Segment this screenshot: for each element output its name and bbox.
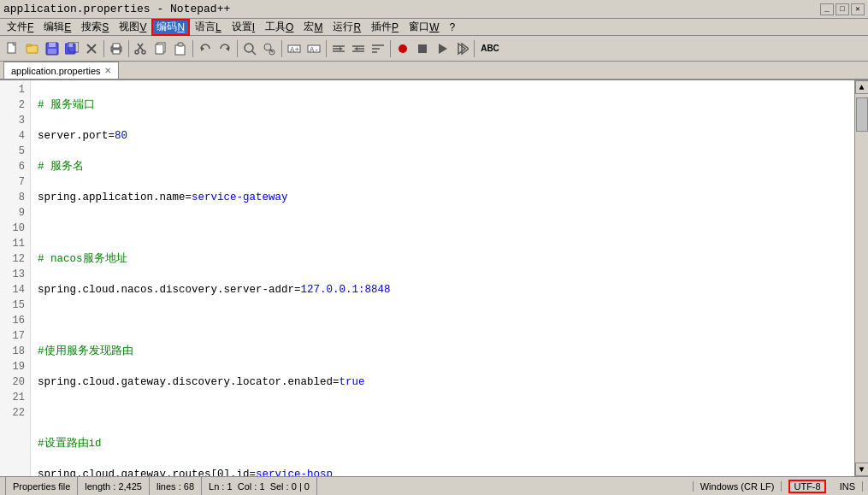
- svg-marker-47: [439, 44, 447, 54]
- menu-run[interactable]: 运行R: [328, 19, 366, 36]
- menu-bar: 文件F 编辑E 搜索S 视图V 编码N 语言L 设置I 工具O 宏M 运行R 插…: [0, 19, 868, 36]
- status-position: Ln : 1 Col : 1 Sel : 0 | 0: [202, 477, 317, 495]
- tab-close-button[interactable]: ✕: [104, 66, 111, 75]
- toolbar-macro[interactable]: [452, 39, 471, 58]
- vertical-scrollbar[interactable]: ▲ ▼: [854, 80, 868, 476]
- title-bar-controls: _ □ ✕: [820, 3, 865, 15]
- toolbar-undo[interactable]: [196, 39, 215, 58]
- svg-rect-22: [178, 43, 183, 46]
- toolbar-close[interactable]: [82, 39, 101, 58]
- line-num-20: 20: [3, 374, 25, 390]
- editor-container: 1 2 3 4 5 6 7 8 9 10 11 12 13 14 15 16 1…: [0, 80, 868, 476]
- scroll-thumb[interactable]: [856, 97, 868, 132]
- toolbar-play[interactable]: [433, 39, 452, 58]
- toolbar-zoom-in[interactable]: A+: [285, 39, 304, 58]
- toolbar-new[interactable]: [3, 39, 22, 58]
- toolbar-zoom-out[interactable]: A-: [304, 39, 323, 58]
- svg-marker-23: [201, 46, 204, 51]
- svg-rect-46: [418, 44, 427, 53]
- line-num-10: 10: [3, 221, 25, 236]
- scroll-up-button[interactable]: ▲: [855, 80, 869, 94]
- toolbar-wrap[interactable]: [369, 39, 387, 58]
- menu-view[interactable]: 视图V: [114, 19, 151, 36]
- toolbar-sep8: [474, 40, 475, 57]
- svg-marker-24: [226, 46, 229, 51]
- line-num-21: 21: [3, 390, 25, 405]
- toolbar-save[interactable]: [43, 39, 62, 58]
- toolbar-sep5: [281, 40, 282, 57]
- line-numbers: 1 2 3 4 5 6 7 8 9 10 11 12 13 14 15 16 1…: [0, 80, 31, 476]
- scroll-down-button[interactable]: ▼: [855, 463, 869, 476]
- line-num-15: 15: [3, 298, 25, 313]
- toolbar-record[interactable]: [393, 39, 412, 58]
- scroll-track[interactable]: [855, 94, 868, 463]
- line-num-1: 1: [3, 82, 25, 97]
- status-encoding: UTF-8: [788, 480, 825, 493]
- toolbar-cut[interactable]: [132, 39, 151, 58]
- line-num-19: 19: [3, 359, 25, 374]
- menu-search[interactable]: 搜索S: [76, 19, 114, 36]
- line-num-2: 2: [3, 97, 25, 113]
- title-bar: application.properties - Notepad++ _ □ ✕: [0, 0, 868, 19]
- toolbar-print[interactable]: [107, 39, 126, 58]
- line-num-3: 3: [3, 113, 25, 128]
- close-button[interactable]: ✕: [851, 3, 865, 15]
- line-num-5: 5: [3, 144, 25, 159]
- line-num-22: 22: [3, 405, 25, 421]
- line-num-6: 6: [3, 159, 25, 174]
- line-num-13: 13: [3, 267, 25, 282]
- menu-plugins[interactable]: 插件P: [366, 19, 404, 36]
- code-editor[interactable]: # 服务端口 server.port=80 # 服务名 spring.appli…: [31, 80, 854, 476]
- svg-rect-21: [175, 45, 185, 55]
- menu-help[interactable]: ?: [444, 19, 460, 36]
- toolbar-indent[interactable]: [329, 39, 348, 58]
- svg-point-25: [245, 44, 253, 52]
- line-num-4: 4: [3, 128, 25, 144]
- line-num-17: 17: [3, 328, 25, 344]
- toolbar-sep7: [390, 40, 391, 57]
- svg-marker-41: [354, 47, 357, 50]
- tab-filename: application.properties: [11, 66, 101, 76]
- svg-rect-3: [27, 44, 32, 46]
- menu-settings[interactable]: 设置I: [227, 19, 260, 36]
- status-lines: lines : 68: [150, 477, 202, 495]
- toolbar-copy[interactable]: [151, 39, 170, 58]
- toolbar-redo[interactable]: [216, 39, 234, 58]
- line-num-18: 18: [3, 344, 25, 359]
- menu-tools[interactable]: 工具O: [260, 19, 298, 36]
- toolbar-sep6: [326, 40, 327, 57]
- toolbar-find[interactable]: [240, 39, 259, 58]
- svg-point-18: [142, 50, 145, 54]
- minimize-button[interactable]: _: [820, 3, 834, 15]
- toolbar-outdent[interactable]: [349, 39, 368, 58]
- toolbar-paste[interactable]: [171, 39, 190, 58]
- svg-point-45: [399, 44, 407, 53]
- menu-window[interactable]: 窗口W: [404, 19, 444, 36]
- svg-rect-20: [156, 44, 163, 54]
- maximize-button[interactable]: □: [836, 3, 849, 15]
- menu-encode[interactable]: 编码N: [151, 19, 190, 36]
- menu-edit[interactable]: 编辑E: [38, 19, 76, 36]
- toolbar-replace[interactable]: [260, 39, 279, 58]
- toolbar-spell[interactable]: ABC: [477, 39, 503, 58]
- svg-text:A+: A+: [290, 46, 299, 55]
- toolbar-stop[interactable]: [413, 39, 432, 58]
- status-ins: INS: [833, 481, 863, 492]
- menu-language[interactable]: 语言L: [190, 19, 227, 36]
- status-filetype: Properties file: [5, 477, 78, 495]
- menu-macro[interactable]: 宏M: [298, 19, 328, 36]
- toolbar-save-all[interactable]: [62, 39, 81, 58]
- line-num-8: 8: [3, 190, 25, 205]
- toolbar-sep2: [128, 40, 129, 57]
- tab-properties[interactable]: application.properties ✕: [3, 62, 119, 79]
- line-num-14: 14: [3, 282, 25, 298]
- status-line-ending: Windows (CR LF): [693, 481, 782, 492]
- menu-file[interactable]: 文件F: [2, 19, 38, 36]
- toolbar-sep1: [103, 40, 104, 57]
- status-length: length : 2,425: [78, 477, 150, 495]
- svg-text:A-: A-: [310, 46, 319, 55]
- line-num-9: 9: [3, 205, 25, 221]
- svg-line-26: [252, 51, 256, 55]
- toolbar-open[interactable]: [23, 39, 42, 58]
- status-bar: Properties file length : 2,425 lines : 6…: [0, 476, 868, 495]
